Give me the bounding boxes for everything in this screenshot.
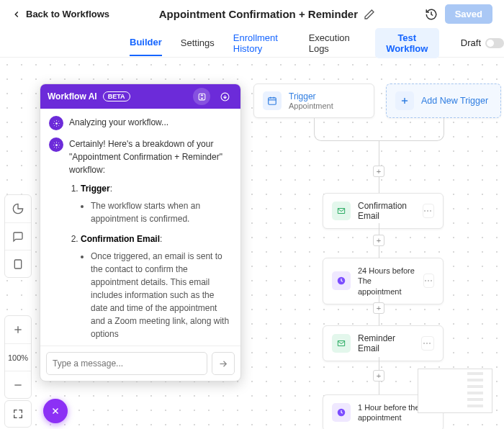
workflow-ai-panel: Workflow AI BETA Analyzing your workflow… <box>40 83 241 381</box>
ai-message-input[interactable] <box>53 358 201 369</box>
tab-enrollment-history[interactable]: Enrollment History <box>233 25 290 61</box>
close-ai-button[interactable] <box>43 399 68 423</box>
add-trigger-node[interactable]: Add New Trigger <box>386 83 501 118</box>
page-title: Appointment Confirmation + Reminder <box>159 8 358 20</box>
clock-icon <box>332 403 351 422</box>
fullscreen-button[interactable] <box>4 400 32 428</box>
beta-badge: BETA <box>103 91 130 101</box>
node-more-icon[interactable]: ⋯ <box>421 336 434 351</box>
ai-message-analyzing: Analyzing your workflow... <box>69 116 232 130</box>
tab-settings[interactable]: Settings <box>181 30 215 55</box>
add-step-button[interactable]: + <box>373 370 384 381</box>
draft-label: Draft <box>461 37 481 48</box>
svg-rect-0 <box>14 260 21 268</box>
wait-24h-node[interactable]: 24 Hours before The appointment ⋯ <box>323 258 444 304</box>
ai-expand-icon[interactable] <box>193 88 210 105</box>
ai-step1-title: Trigger <box>81 184 110 194</box>
send-button[interactable] <box>212 352 235 375</box>
trigger-sub: Appointment <box>289 101 333 110</box>
ai-messages[interactable]: Analyzing your workflow... Certainly! He… <box>40 109 240 346</box>
plus-icon <box>395 91 414 110</box>
conf-email-label: Confirmation Email <box>358 201 415 221</box>
comment-button[interactable] <box>5 222 31 250</box>
ai-step1-body: The workflow starts when an appointment … <box>91 199 232 225</box>
reminder-label: Reminder Email <box>358 333 414 353</box>
workflow-canvas[interactable]: 100% Workflow AI BETA Analyzing your wor… <box>0 58 504 429</box>
tab-builder[interactable]: Builder <box>130 30 162 56</box>
minimap[interactable] <box>418 369 492 413</box>
add-trigger-label: Add New Trigger <box>421 96 488 106</box>
chevron-left-icon <box>12 9 22 19</box>
confirmation-email-node[interactable]: Confirmation Email ⋯ <box>323 193 444 229</box>
version-history-icon[interactable] <box>425 8 438 21</box>
mail-icon <box>332 334 351 353</box>
ai-download-icon[interactable] <box>216 88 233 105</box>
back-to-workflows[interactable]: Back to Workflows <box>12 9 109 19</box>
add-step-button[interactable]: + <box>373 302 384 314</box>
add-step-button[interactable]: + <box>373 166 384 177</box>
edit-icon[interactable] <box>364 9 375 20</box>
device-button[interactable] <box>5 250 31 277</box>
mail-icon <box>332 202 351 220</box>
svg-point-10 <box>55 144 58 146</box>
reminder-email-node[interactable]: Reminder Email ⋯ <box>323 325 444 361</box>
ai-step2-body: Once triggered, an email is sent to the … <box>91 250 232 340</box>
tool-rail <box>4 194 32 278</box>
stats-button[interactable] <box>5 195 31 222</box>
node-more-icon[interactable]: ⋯ <box>423 204 434 218</box>
tab-bar: Builder Settings Enrollment History Exec… <box>0 29 504 58</box>
node-more-icon[interactable]: ⋯ <box>423 274 434 288</box>
trigger-node[interactable]: Trigger Appointment <box>253 83 374 118</box>
clock-icon <box>332 271 351 290</box>
calendar-icon <box>263 91 282 110</box>
tab-execution-logs[interactable]: Execution Logs <box>309 25 356 61</box>
ai-title: Workflow AI <box>48 91 97 101</box>
zoom-rail: 100% <box>4 315 32 399</box>
trigger-title: Trigger <box>289 91 333 101</box>
saved-button[interactable]: Saved <box>445 4 492 24</box>
zoom-level[interactable]: 100% <box>5 343 31 371</box>
ai-avatar-icon <box>49 137 63 152</box>
wait24-label: 24 Hours before The appointment <box>358 266 416 297</box>
ai-message-intro: Certainly! Here's a breakdown of your "A… <box>69 137 232 176</box>
add-step-button[interactable]: + <box>373 235 384 246</box>
back-label: Back to Workflows <box>26 9 109 19</box>
ai-step2-title: Confirmation Email <box>81 234 160 244</box>
draft-toggle[interactable] <box>485 38 504 48</box>
test-workflow-button[interactable]: Test Workflow <box>375 28 439 58</box>
ai-avatar-icon <box>49 116 63 130</box>
svg-point-9 <box>55 122 58 125</box>
svg-rect-12 <box>269 98 276 104</box>
zoom-out-button[interactable] <box>5 371 31 398</box>
zoom-in-button[interactable] <box>5 316 31 343</box>
